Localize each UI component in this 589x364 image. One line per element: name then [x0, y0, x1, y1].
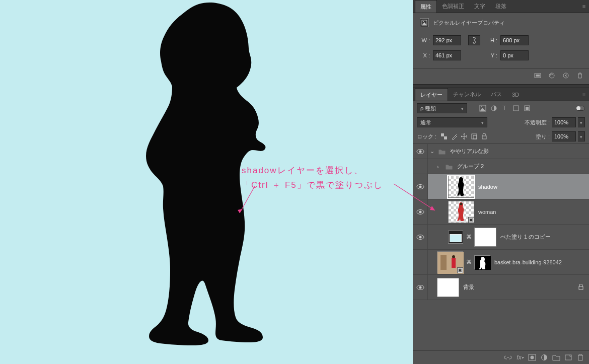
svg-point-23: [419, 150, 421, 153]
link-layers-icon[interactable]: [502, 353, 513, 362]
layer-background[interactable]: 背景: [413, 275, 589, 300]
x-input[interactable]: [433, 50, 461, 60]
tab-properties[interactable]: 属性: [415, 0, 437, 13]
smart-object-badge: ▣: [468, 217, 474, 223]
folder-icon: [445, 163, 453, 170]
layer-woman[interactable]: ▣ woman: [413, 199, 589, 225]
y-input[interactable]: [500, 50, 529, 60]
layer-group-2[interactable]: › グループ 2: [413, 159, 589, 174]
trash-icon[interactable]: [575, 71, 585, 80]
x-label: X :: [420, 52, 430, 58]
lock-position-icon[interactable]: [460, 132, 469, 141]
visibility-icon[interactable]: [416, 234, 424, 240]
prop-footer-icon-1[interactable]: [533, 71, 543, 80]
mask-link-icon[interactable]: ⌘: [466, 259, 471, 266]
blend-mode-select[interactable]: 通常: [417, 117, 487, 127]
link-dimensions-button[interactable]: [468, 35, 480, 45]
layer-mask-thumbnail[interactable]: [474, 255, 490, 269]
folder-icon: [438, 148, 446, 155]
tab-layers[interactable]: レイヤー: [415, 88, 448, 101]
svg-point-5: [423, 21, 424, 22]
properties-panel: 属性 色調補正 文字 段落 ≡ ピクセルレイヤープロパティ W : H :: [413, 0, 589, 84]
svg-point-34: [452, 255, 455, 258]
layer-filter-select[interactable]: ρ 種類: [417, 103, 467, 113]
layer-effects-icon[interactable]: fx▾: [514, 353, 526, 362]
expand-caret-icon[interactable]: ›: [437, 164, 442, 170]
fill-caret[interactable]: [578, 131, 585, 141]
new-group-icon[interactable]: [551, 353, 562, 362]
layer-basket-building[interactable]: ▣ ⌘ basket-bra-building-928042: [413, 250, 589, 275]
lock-transparency-icon[interactable]: [439, 132, 449, 141]
canvas-annotation: shadowレイヤーを選択し、 「Ctrl ＋ F5」で黒で塗りつぶし: [242, 164, 383, 193]
tab-character[interactable]: 文字: [469, 0, 490, 13]
new-adjustment-icon[interactable]: [539, 353, 550, 362]
opacity-input[interactable]: 100%: [552, 117, 576, 127]
svg-rect-16: [526, 107, 529, 110]
panel-menu-icon[interactable]: ≡: [579, 4, 589, 10]
height-input[interactable]: [500, 35, 529, 45]
lock-label: ロック :: [417, 133, 436, 140]
layer-thumbnail[interactable]: [437, 278, 459, 297]
visibility-icon[interactable]: [416, 149, 424, 155]
add-mask-icon[interactable]: [527, 353, 538, 362]
layer-thumbnail[interactable]: [448, 176, 474, 198]
lock-all-icon[interactable]: [480, 132, 489, 141]
svg-rect-14: [513, 106, 519, 111]
layer-name: woman: [478, 209, 496, 215]
filter-toggle[interactable]: [576, 106, 585, 111]
svg-rect-18: [444, 136, 447, 139]
filter-adjustment-icon[interactable]: [489, 104, 498, 113]
pixel-layer-icon: [420, 18, 429, 27]
filter-shape-icon[interactable]: [511, 104, 521, 113]
svg-point-37: [419, 286, 421, 288]
opacity-caret[interactable]: [578, 117, 585, 127]
fill-label: 塗り :: [536, 133, 550, 140]
width-label: W :: [420, 37, 430, 43]
svg-point-28: [460, 202, 463, 205]
layer-thumbnail[interactable]: ▣: [448, 201, 474, 223]
prop-footer-icon-2[interactable]: [547, 71, 557, 80]
lock-pixels-icon[interactable]: [450, 132, 459, 141]
width-input[interactable]: [433, 35, 461, 45]
filter-smart-icon[interactable]: [523, 104, 532, 113]
annotation-arrow-right: [393, 181, 438, 216]
smart-object-badge: ▣: [457, 267, 463, 273]
layer-group-realistic-shadow[interactable]: ⌄ ややリアルな影: [413, 144, 589, 159]
svg-point-40: [531, 356, 534, 359]
new-layer-icon[interactable]: [563, 353, 574, 362]
opacity-label: 不透明度 :: [525, 119, 550, 126]
tab-paths[interactable]: パス: [486, 88, 507, 101]
layer-solid-fill-copy[interactable]: ⌘ べた塗り 1 のコピー: [413, 225, 589, 250]
lock-icon[interactable]: [578, 284, 584, 291]
prop-footer-icon-3[interactable]: [561, 71, 571, 80]
tab-3d[interactable]: 3D: [507, 88, 524, 101]
svg-rect-38: [579, 286, 583, 289]
layer-thumbnail[interactable]: [448, 231, 463, 244]
filter-pixel-icon[interactable]: [478, 104, 487, 113]
layers-panel-tabs: レイヤー チャンネル パス 3D ≡: [413, 88, 589, 101]
tab-paragraph[interactable]: 段落: [490, 0, 511, 13]
mask-link-icon[interactable]: ⌘: [466, 234, 471, 241]
layer-shadow[interactable]: shadow: [413, 174, 589, 199]
canvas[interactable]: shadowレイヤーを選択し、 「Ctrl ＋ F5」で黒で塗りつぶし: [0, 0, 413, 364]
tab-channels[interactable]: チャンネル: [448, 88, 486, 101]
delete-layer-icon[interactable]: [575, 353, 586, 362]
visibility-icon[interactable]: [416, 284, 424, 290]
svg-line-2: [394, 184, 435, 210]
annotation-line1: shadowレイヤーを選択し、: [242, 166, 363, 175]
filter-type-icon[interactable]: T: [500, 104, 509, 113]
properties-title: ピクセルレイヤープロパティ: [433, 19, 505, 27]
layer-thumbnail[interactable]: ▣: [437, 251, 463, 273]
svg-rect-33: [452, 258, 456, 268]
layer-mask-thumbnail[interactable]: [474, 228, 496, 247]
svg-rect-21: [482, 136, 486, 139]
fill-input[interactable]: 100%: [552, 131, 576, 141]
lock-artboard-icon[interactable]: [470, 132, 479, 141]
svg-point-30: [419, 236, 421, 238]
svg-rect-32: [440, 255, 447, 270]
layer-name: べた塗り 1 のコピー: [500, 233, 551, 241]
tab-adjustments[interactable]: 色調補正: [437, 0, 469, 13]
layers-panel-menu-icon[interactable]: ≡: [579, 92, 589, 98]
collapse-caret-icon[interactable]: ⌄: [430, 148, 435, 155]
layers-panel: レイヤー チャンネル パス 3D ≡ ρ 種類 T 通常: [413, 88, 589, 364]
